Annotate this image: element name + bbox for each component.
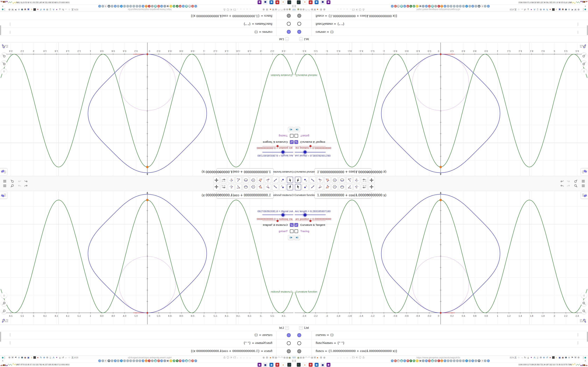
bookmark-favicon[interactable]: ⬡ bbox=[132, 5, 135, 8]
bookmark-favicon[interactable]: ⬡ bbox=[129, 5, 132, 8]
bookmark-favicon[interactable]: ⬡ bbox=[123, 359, 126, 362]
extension-icon[interactable]: ⬟ bbox=[564, 356, 567, 359]
bookmark-favicon[interactable]: ⬡ bbox=[447, 359, 450, 362]
extension-icon[interactable]: ⚒ bbox=[11, 8, 14, 11]
bookmark-favicon[interactable]: G bbox=[444, 5, 446, 8]
bookmark-favicon[interactable]: ⬡ bbox=[126, 5, 129, 8]
row-menu-icon[interactable]: ⋮ bbox=[576, 341, 579, 345]
bookmark-favicon[interactable]: ● bbox=[438, 5, 440, 8]
app-icon-firefox[interactable]: ● bbox=[281, 363, 285, 367]
bottom-view-toggle-button[interactable] bbox=[1, 318, 9, 323]
bookmark-favicon[interactable]: ⬡ bbox=[453, 359, 456, 362]
function-selector-dropdown[interactable]: 1.000000000000 + cos(4.000000000000 x) bbox=[217, 192, 273, 198]
shield-icon[interactable] bbox=[226, 7, 229, 11]
extension-icon[interactable]: ⊕ bbox=[543, 8, 545, 11]
bookmark-favicon[interactable]: G bbox=[98, 359, 101, 362]
algebra-row[interactable]: funcs = {1.000000000000 + cos(4.00000000… bbox=[0, 12, 294, 20]
extension-icon[interactable]: A bbox=[533, 356, 536, 359]
bookmark-favicon[interactable]: ◍ bbox=[188, 359, 191, 362]
extension-icon[interactable]: ⤓ bbox=[59, 8, 61, 11]
back-arrow-icon[interactable] bbox=[355, 7, 358, 11]
wrench-icon[interactable]: ⚒ bbox=[314, 356, 316, 359]
extension-icon[interactable]: ☆ bbox=[68, 356, 71, 359]
tool-button-perpendicular-line[interactable] bbox=[265, 184, 271, 190]
arc-length-slider[interactable] bbox=[295, 152, 326, 153]
bookmark-favicon[interactable]: ▲ bbox=[441, 5, 443, 8]
bookmark-favicon[interactable]: ⬡ bbox=[129, 359, 132, 362]
extension-icon[interactable]: A bbox=[533, 8, 536, 11]
app-icon-terminal[interactable]: >_ bbox=[297, 363, 301, 367]
redo-button[interactable] bbox=[566, 178, 571, 183]
bookmark-favicon[interactable]: ● bbox=[465, 359, 468, 362]
overflow-menu-icon[interactable]: ⋮ bbox=[3, 356, 6, 359]
overflow-menu-icon[interactable]: ⋮ bbox=[3, 8, 6, 11]
map-pin-icon[interactable]: Y bbox=[292, 356, 294, 359]
tool-button-move-cursor[interactable] bbox=[287, 177, 293, 183]
map-pin-icon[interactable]: Y bbox=[294, 8, 296, 11]
bookmark-favicon[interactable]: ⬡ bbox=[456, 359, 459, 362]
app-icon-settings[interactable]: ⚙ bbox=[309, 0, 312, 4]
bookmark-favicon[interactable]: G bbox=[403, 359, 406, 362]
bookmark-favicon[interactable]: ⬡ bbox=[164, 359, 166, 362]
globe-icon[interactable]: ⊕ bbox=[262, 356, 265, 359]
bookmark-favicon[interactable]: G bbox=[391, 5, 394, 8]
arc-length-slider-knob[interactable] bbox=[303, 150, 307, 154]
bookmark-favicon[interactable]: ● bbox=[148, 359, 151, 362]
lock-icon[interactable] bbox=[223, 7, 226, 11]
globe-icon[interactable]: ⊕ bbox=[275, 356, 277, 359]
bookmark-favicon[interactable]: ⬡ bbox=[102, 359, 104, 362]
bookmark-favicon[interactable]: G bbox=[471, 5, 474, 8]
collapse-button[interactable]: − bbox=[299, 326, 303, 330]
row-menu-icon[interactable]: ⋮ bbox=[576, 22, 579, 26]
bookmark-favicon[interactable]: G bbox=[114, 359, 117, 362]
bookmark-favicon[interactable]: ⬡ bbox=[468, 5, 471, 8]
bookmark-favicon[interactable]: ◍ bbox=[154, 5, 157, 8]
tracing-checkbox[interactable] bbox=[290, 134, 294, 138]
bookmark-favicon[interactable]: Я bbox=[179, 5, 182, 8]
globe-icon[interactable]: ⊕ bbox=[286, 356, 288, 359]
bottom-view-toggle-button[interactable] bbox=[579, 44, 587, 49]
bookmark-favicon[interactable]: ◍ bbox=[185, 5, 188, 8]
extension-icon[interactable]: ⚙ bbox=[539, 8, 542, 11]
globe-icon[interactable]: ⊕ bbox=[311, 8, 313, 11]
extension-icon[interactable]: ⬛ bbox=[552, 8, 555, 11]
app-icon-terminal[interactable]: >_ bbox=[297, 0, 301, 4]
bookmark-favicon[interactable]: ● bbox=[465, 5, 468, 8]
bookmark-favicon[interactable]: G bbox=[182, 5, 185, 8]
overflow-menu-icon[interactable]: ⋮ bbox=[582, 8, 585, 11]
bookmark-favicon[interactable]: ⬡ bbox=[459, 5, 462, 8]
bookmark-favicon[interactable]: ✔ bbox=[176, 359, 179, 362]
visibility-marble[interactable] bbox=[297, 30, 301, 34]
tool-button-reflect-about-line[interactable] bbox=[354, 177, 360, 183]
bookmark-favicon[interactable]: ⬡ bbox=[138, 359, 141, 362]
folder-icon[interactable] bbox=[233, 7, 236, 11]
bookmark-favicon[interactable]: G bbox=[191, 5, 194, 8]
algebra-row[interactable]: curves = {}⋮ bbox=[294, 331, 588, 339]
extension-icon[interactable]: ☆ bbox=[517, 356, 520, 359]
bookmark-favicon[interactable]: Я bbox=[406, 5, 409, 8]
step-forward-button[interactable] bbox=[288, 127, 294, 132]
tool-button-perpendicular-line[interactable] bbox=[317, 177, 323, 183]
curvature-tangent-checkbox[interactable] bbox=[294, 223, 298, 227]
home-button[interactable]: ⌂ bbox=[1, 292, 7, 298]
visibility-marble[interactable] bbox=[287, 341, 291, 345]
bookmark-favicon[interactable]: ⬡ bbox=[462, 359, 465, 362]
extension-icon[interactable]: ↻ bbox=[62, 356, 64, 359]
tool-button-perpendicular-line[interactable] bbox=[265, 177, 271, 183]
tool-button-polygon[interactable] bbox=[257, 177, 264, 183]
bookmark-favicon[interactable]: ● bbox=[148, 5, 151, 8]
extension-icon[interactable]: ● bbox=[549, 356, 552, 359]
extension-icon[interactable]: ⚒ bbox=[11, 356, 14, 359]
function-selector-dropdown[interactable]: 1.000000000000 + cos(4.000000000000 x) bbox=[315, 192, 371, 198]
bookmark-favicon[interactable]: ✔ bbox=[409, 359, 412, 362]
url-bar[interactable]: https://www.geogebra.org/classic/aagcxh3… bbox=[416, 356, 460, 359]
app-icon-media[interactable]: ◉ bbox=[258, 363, 261, 367]
app-icon-archive[interactable]: ▦ bbox=[320, 0, 325, 4]
bookmark-favicon[interactable]: ◍ bbox=[188, 5, 191, 8]
tool-button-move-cursor[interactable] bbox=[287, 184, 293, 190]
bookmark-favicon[interactable]: W bbox=[166, 5, 169, 8]
collapse-button[interactable]: − bbox=[285, 37, 289, 41]
zoom-out-button[interactable] bbox=[1, 53, 7, 59]
arc-length-slider[interactable] bbox=[262, 152, 293, 153]
bookmark-favicon[interactable]: ⚙ bbox=[108, 5, 110, 8]
